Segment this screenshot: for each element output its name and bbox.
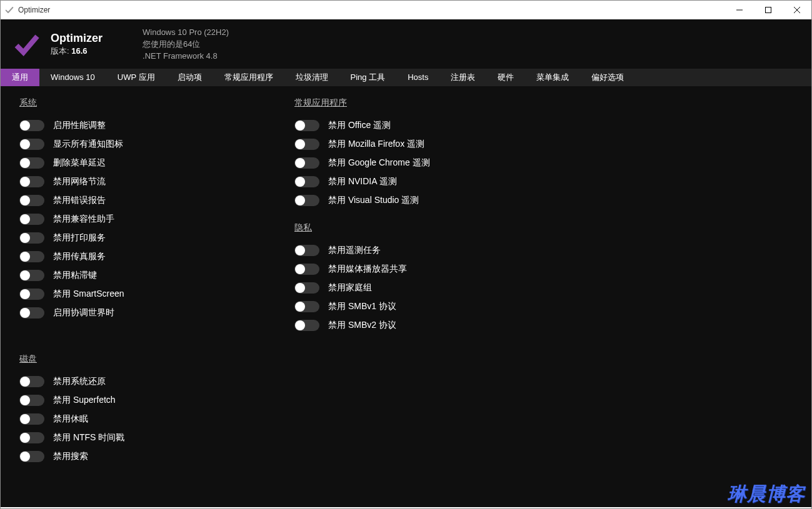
logo-check-icon <box>13 31 41 58</box>
tab-8[interactable]: 注册表 <box>439 69 486 86</box>
system-toggle-2[interactable] <box>19 157 44 169</box>
privacy-toggle-2[interactable] <box>294 282 319 294</box>
section-system-toggles: 启用性能调整显示所有通知图标删除菜单延迟禁用网络节流禁用错误报告禁用兼容性助手禁… <box>19 116 257 322</box>
system-row-4: 禁用错误报告 <box>19 191 257 210</box>
tab-2[interactable]: UWP 应用 <box>106 69 166 86</box>
minimize-button[interactable] <box>725 1 754 19</box>
maximize-button[interactable] <box>754 1 783 19</box>
apps-toggle-3[interactable] <box>294 176 319 187</box>
tab-9[interactable]: 硬件 <box>486 69 525 86</box>
system-toggle-9[interactable] <box>19 289 44 300</box>
system-row-5: 禁用兼容性助手 <box>19 210 257 229</box>
tab-0[interactable]: 通用 <box>1 69 39 86</box>
apps-row-0: 禁用 Office 遥测 <box>294 116 793 135</box>
system-row-1: 显示所有通知图标 <box>19 135 257 154</box>
app-body: Optimizer 版本: 16.6 Windows 10 Pro (22H2)… <box>1 19 811 507</box>
system-label-9: 禁用 SmartScreen <box>53 289 124 300</box>
apps-toggle-1[interactable] <box>294 139 319 150</box>
header-sysinfo: Windows 10 Pro (22H2) 您使用的是64位 .NET Fram… <box>143 27 229 62</box>
tab-6[interactable]: Ping 工具 <box>339 69 397 86</box>
column-right: 常规应用程序 禁用 Office 遥测禁用 Mozilla Firefox 遥测… <box>294 95 793 498</box>
apps-toggle-0[interactable] <box>294 120 319 131</box>
apps-label-1: 禁用 Mozilla Firefox 遥测 <box>328 139 424 150</box>
system-row-0: 启用性能调整 <box>19 116 257 135</box>
privacy-row-1: 禁用媒体播放器共享 <box>294 260 793 279</box>
privacy-toggle-1[interactable] <box>294 264 319 275</box>
system-toggle-3[interactable] <box>19 176 44 187</box>
close-button[interactable] <box>783 1 811 19</box>
version-value: 16.6 <box>71 46 87 56</box>
tab-1[interactable]: Windows 10 <box>39 69 106 86</box>
tab-7[interactable]: Hosts <box>396 69 439 86</box>
app-title: Optimizer <box>51 32 103 46</box>
apps-row-2: 禁用 Google Chrome 遥测 <box>294 154 793 172</box>
apps-toggle-2[interactable] <box>294 157 319 169</box>
tab-5[interactable]: 垃圾清理 <box>284 69 339 86</box>
section-title-system: 系统 <box>19 97 257 109</box>
privacy-row-0: 禁用遥测任务 <box>294 241 793 260</box>
system-toggle-4[interactable] <box>19 195 44 206</box>
system-toggle-7[interactable] <box>19 251 44 262</box>
disk-label-0: 禁用系统还原 <box>53 376 106 387</box>
titlebar[interactable]: Optimizer <box>1 1 811 19</box>
disk-label-3: 禁用 NTFS 时间戳 <box>53 432 124 443</box>
app-window: Optimizer Optimizer 版本: 16.6 <box>0 0 812 509</box>
net-line: .NET Framework 4.8 <box>143 51 229 62</box>
disk-toggle-3[interactable] <box>19 432 44 443</box>
disk-label-4: 禁用搜索 <box>53 451 88 462</box>
content-area: 系统 启用性能调整显示所有通知图标删除菜单延迟禁用网络节流禁用错误报告禁用兼容性… <box>1 86 811 507</box>
disk-label-2: 禁用休眠 <box>53 413 88 425</box>
app-version: 版本: 16.6 <box>51 46 103 57</box>
tabbar: 通用Windows 10UWP 应用启动项常规应用程序垃圾清理Ping 工具Ho… <box>1 69 811 86</box>
header-title-block: Optimizer 版本: 16.6 <box>51 32 103 57</box>
privacy-row-2: 禁用家庭组 <box>294 279 793 297</box>
system-row-2: 删除菜单延迟 <box>19 154 257 172</box>
disk-toggle-4[interactable] <box>19 451 44 462</box>
apps-label-4: 禁用 Visual Studio 遥测 <box>328 195 419 206</box>
system-label-6: 禁用打印服务 <box>53 232 106 244</box>
system-label-8: 禁用粘滞键 <box>53 270 97 281</box>
privacy-label-0: 禁用遥测任务 <box>328 245 381 256</box>
system-row-3: 禁用网络节流 <box>19 172 257 191</box>
system-toggle-10[interactable] <box>19 307 44 319</box>
tab-10[interactable]: 菜单集成 <box>525 69 580 86</box>
arch-line: 您使用的是64位 <box>143 39 229 51</box>
apps-row-1: 禁用 Mozilla Firefox 遥测 <box>294 135 793 154</box>
system-toggle-1[interactable] <box>19 139 44 150</box>
svg-rect-1 <box>766 7 771 13</box>
version-label: 版本: <box>51 46 69 56</box>
disk-row-1: 禁用 Superfetch <box>19 391 257 410</box>
system-row-7: 禁用传真服务 <box>19 247 257 266</box>
apps-row-4: 禁用 Visual Studio 遥测 <box>294 191 793 210</box>
tab-3[interactable]: 启动项 <box>166 69 213 86</box>
system-toggle-5[interactable] <box>19 214 44 225</box>
system-label-4: 禁用错误报告 <box>53 195 106 206</box>
section-privacy-toggles: 禁用遥测任务禁用媒体播放器共享禁用家庭组禁用 SMBv1 协议禁用 SMBv2 … <box>294 241 793 335</box>
apps-label-2: 禁用 Google Chrome 遥测 <box>328 157 430 169</box>
column-left: 系统 启用性能调整显示所有通知图标删除菜单延迟禁用网络节流禁用错误报告禁用兼容性… <box>19 95 257 498</box>
disk-row-0: 禁用系统还原 <box>19 372 257 391</box>
disk-row-2: 禁用休眠 <box>19 410 257 428</box>
disk-toggle-0[interactable] <box>19 376 44 387</box>
system-row-6: 禁用打印服务 <box>19 229 257 247</box>
system-label-3: 禁用网络节流 <box>53 176 106 187</box>
watermark: 琳晨博客 <box>728 482 805 507</box>
system-row-8: 禁用粘滞键 <box>19 266 257 285</box>
privacy-toggle-0[interactable] <box>294 245 319 256</box>
privacy-toggle-4[interactable] <box>294 320 319 331</box>
privacy-label-4: 禁用 SMBv2 协议 <box>328 320 396 331</box>
disk-row-4: 禁用搜索 <box>19 447 257 466</box>
system-toggle-0[interactable] <box>19 120 44 131</box>
system-label-7: 禁用传真服务 <box>53 251 106 262</box>
system-toggle-8[interactable] <box>19 270 44 281</box>
system-toggle-6[interactable] <box>19 232 44 244</box>
window-title: Optimizer <box>18 6 50 14</box>
disk-toggle-1[interactable] <box>19 395 44 406</box>
privacy-toggle-3[interactable] <box>294 301 319 312</box>
apps-toggle-4[interactable] <box>294 195 319 206</box>
tab-11[interactable]: 偏好选项 <box>580 69 635 86</box>
tab-4[interactable]: 常规应用程序 <box>213 69 284 86</box>
apps-row-3: 禁用 NVIDIA 遥测 <box>294 172 793 191</box>
disk-toggle-2[interactable] <box>19 413 44 425</box>
minimize-icon <box>736 7 743 13</box>
